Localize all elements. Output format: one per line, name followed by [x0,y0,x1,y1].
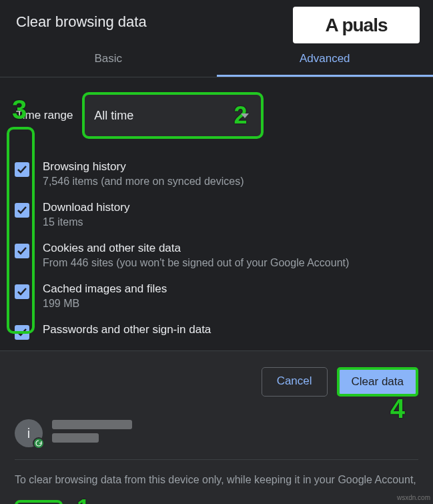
chevron-down-icon [241,113,249,118]
option-subtitle: 15 items [43,216,129,228]
option-browsing-history[interactable]: Browsing history 7,546 items (and more o… [12,154,421,194]
option-cached[interactable]: Cached images and files 199 MB [12,276,421,316]
cancel-button[interactable]: Cancel [262,367,328,397]
option-cookies[interactable]: Cookies and other site data From 446 sit… [12,235,421,276]
option-title: Passwords and other sign-in data [43,323,211,336]
option-title: Cookies and other site data [43,242,349,255]
time-range-value: All time [94,109,133,123]
option-passwords[interactable]: Passwords and other sign-in data [12,316,421,346]
sync-icon [33,437,45,449]
divider [15,459,418,460]
checkbox-column-highlight [7,127,35,334]
option-download-history[interactable]: Download history 15 items [12,194,421,235]
annotation-1: 1 [77,495,90,504]
tabs: Basic Advanced [0,43,433,77]
button-row: Cancel Clear data [0,350,433,406]
account-section: i To clear browsing data from this devic… [0,406,433,504]
clear-data-button[interactable]: Clear data [337,367,418,397]
option-subtitle: 7,546 items (and more on synced devices) [43,176,244,188]
account-row: i [15,419,418,447]
option-subtitle: 199 MB [43,298,167,310]
watermark-logo: A puals [293,7,420,43]
avatar: i [15,419,43,447]
signout-highlight: sign out [15,500,63,504]
option-title: Cached images and files [43,282,167,296]
footer-text: To clear browsing data from this device … [15,472,418,504]
annotation-4: 4 [390,394,405,424]
tab-basic[interactable]: Basic [0,43,217,77]
tab-advanced[interactable]: Advanced [217,43,434,77]
account-name-blurred [52,420,132,447]
option-title: Browsing history [43,160,244,174]
options-list: Browsing history 7,546 items (and more o… [0,154,433,346]
time-range-row: Time range All time 2 [0,77,433,154]
annotation-3: 3 [12,95,27,125]
option-subtitle: From 446 sites (you won't be signed out … [43,257,349,269]
option-title: Download history [43,201,129,214]
watermark-site: wsxdn.com [397,494,430,501]
time-range-select[interactable]: All time 2 [82,92,264,139]
